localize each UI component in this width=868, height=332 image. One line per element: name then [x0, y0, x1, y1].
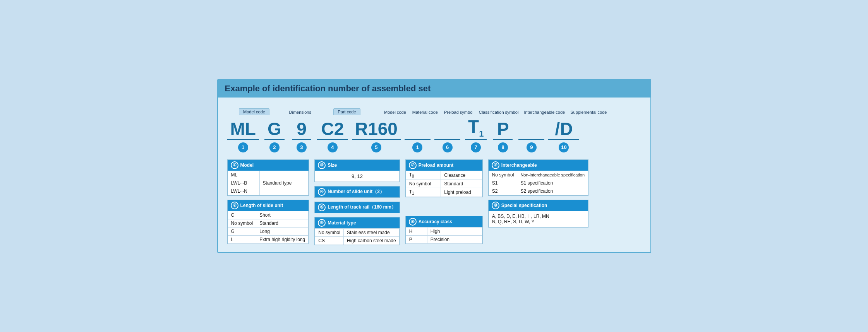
table-model-label: Model — [240, 163, 254, 168]
cell: S2 specification — [517, 187, 588, 195]
table-model: ① Model ML Standard type LWL···B LWL···N — [227, 159, 309, 196]
table-size-label: Size — [328, 163, 337, 168]
circle-7: ⑦ — [409, 161, 417, 169]
cell: S1 specification — [517, 179, 588, 187]
cell: Short — [256, 211, 309, 219]
title-bar: Example of identification number of asse… — [218, 80, 650, 98]
table-preload: ⑦ Preload amount T0 Clearance No symbol … — [405, 159, 483, 198]
table-special: ⑩ Special specification A, BS, D, E, HB,… — [488, 200, 588, 228]
cell: Long — [256, 227, 309, 235]
table-row: CS High carbon steel made — [315, 236, 399, 245]
table-row: No symbol Standard — [406, 180, 482, 188]
circle-9: ⑨ — [492, 161, 499, 169]
cell: H — [406, 228, 427, 236]
table-length-slide-label: Length of slide unit — [240, 203, 283, 208]
cell: LWL···B — [228, 179, 259, 187]
char-blank6: __ — [434, 119, 460, 140]
num-8: 8 — [498, 142, 508, 152]
num-1b: 1 — [412, 142, 422, 152]
table-accuracy-header: ⑧ Accuracy class — [406, 216, 482, 227]
col-1: ① Model ML Standard type LWL···B LWL···N — [227, 159, 309, 245]
outer-container: Example of identification number of asse… — [217, 79, 651, 253]
code-p: P 8 — [491, 119, 515, 152]
cell: High carbon steel made — [343, 236, 399, 245]
table-row: S1 S1 specification — [489, 179, 588, 187]
cell: No symbol — [489, 171, 517, 179]
table-special-label: Special specification — [501, 203, 547, 208]
label-part-code: Part code — [333, 108, 360, 115]
table-material-header: ⑥ Material type — [315, 217, 399, 228]
label-model-code-vis: Model code — [239, 108, 269, 115]
cell: ML — [228, 171, 259, 179]
cell: LWL···N — [228, 187, 259, 195]
code-t1: T1 7 — [464, 117, 487, 152]
label-preload-symbol: Preload symbol — [442, 109, 476, 115]
code-ml: ML 1 — [227, 119, 259, 152]
circle-6: ⑥ — [318, 219, 326, 227]
table-row: 9, 12 — [315, 171, 399, 181]
code-row: ML 1 G 2 9 3 C2 4 — [227, 117, 580, 152]
cell: CS — [315, 236, 344, 245]
diagram-section: Model Model code Dimensions Part code Mo… — [227, 101, 641, 152]
cell: L — [228, 235, 256, 243]
cell: Precision — [427, 236, 482, 244]
table-length-slide-header: ② Length of slide unit — [228, 200, 309, 211]
cell: Non-interchangeable specification — [517, 171, 588, 179]
table-num-slide: ④ Number of slide unit（2） — [314, 186, 400, 198]
circle-3: ③ — [318, 161, 326, 169]
code-blank9: __ 9 — [518, 119, 544, 152]
cell: No symbol — [228, 219, 256, 227]
circle-1: ① — [231, 161, 238, 169]
label-model-code2: Model code — [382, 109, 408, 115]
num-5: 5 — [371, 142, 381, 152]
cell: A, BS, D, E, HB, I , LR, MNN, Q, RE, S, … — [489, 211, 588, 227]
table-accuracy: ⑧ Accuracy class H High P Precision — [405, 216, 483, 244]
circle-10: ⑩ — [492, 202, 499, 209]
cell: 9, 12 — [315, 171, 399, 181]
label-dimensions: Dimensions — [287, 109, 314, 115]
cell: Light preload — [441, 188, 482, 197]
table-interchangeable: ⑨ Interchangeable No symbol Non-intercha… — [488, 159, 588, 196]
col-4: ⑨ Interchangeable No symbol Non-intercha… — [488, 159, 588, 245]
content: Model Model code Dimensions Part code Mo… — [218, 98, 650, 245]
code-d: /D 10 — [548, 119, 579, 152]
num-9: 9 — [527, 142, 537, 152]
char-d: /D — [548, 119, 579, 140]
num-6: 6 — [443, 142, 453, 152]
table-material: ⑥ Material type No symbol Stainless stee… — [314, 217, 400, 245]
table-interchangeable-label: Interchangeable — [501, 163, 537, 168]
cell: Standard type — [259, 171, 309, 195]
cell: S2 — [489, 187, 517, 195]
table-row: G Long — [228, 227, 309, 235]
char-g: G — [264, 119, 285, 140]
label-interchangeable-code: Interchangeable code — [521, 109, 567, 115]
char-p: P — [493, 119, 513, 140]
table-accuracy-label: Accuracy class — [419, 219, 452, 224]
table-size: ③ Size 9, 12 — [314, 159, 400, 182]
code-9: 9 3 — [290, 119, 313, 152]
char-c2: C2 — [317, 119, 348, 140]
table-length-track-header: ⑤ Length of track rail（160 mm） — [315, 202, 399, 213]
table-row: S2 S2 specification — [489, 187, 588, 195]
char-ml: ML — [227, 119, 259, 140]
circle-4: ④ — [318, 188, 326, 196]
table-preload-label: Preload amount — [419, 163, 454, 168]
code-blank1: __ 1 — [405, 119, 431, 152]
table-row: H High — [406, 228, 482, 236]
cell: P — [406, 236, 427, 244]
table-row: P Precision — [406, 236, 482, 244]
char-t1: T1 — [465, 117, 487, 140]
table-row: A, BS, D, E, HB, I , LR, MNN, Q, RE, S, … — [489, 211, 588, 227]
circle-8: ⑧ — [409, 218, 417, 226]
table-row: No symbol Non-interchangeable specificat… — [489, 171, 588, 179]
label-classification-symbol: Classification symbol — [477, 109, 521, 115]
table-interchangeable-header: ⑨ Interchangeable — [489, 160, 588, 171]
tables-section: ① Model ML Standard type LWL···B LWL···N — [227, 159, 641, 245]
col-2: ③ Size 9, 12 ④ Number of slide unit（2） — [314, 159, 400, 245]
table-size-header: ③ Size — [315, 160, 399, 171]
char-blank9: __ — [518, 119, 544, 140]
circle-2: ② — [231, 202, 238, 209]
cell: No symbol — [406, 180, 441, 188]
num-10: 10 — [559, 142, 569, 152]
table-row: No symbol Standard — [228, 219, 309, 227]
